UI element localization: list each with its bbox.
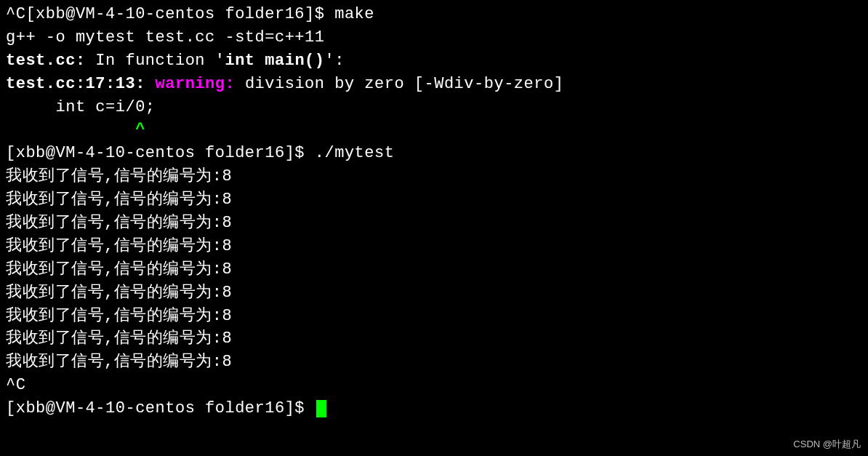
msg-mid: In function ' — [86, 52, 225, 70]
output-line-5: 我收到了信号,信号的编号为:8 — [6, 258, 862, 281]
prompt-text: [xbb@VM-4-10-centos folder16]$ — [6, 144, 315, 162]
output-line-3: 我收到了信号,信号的编号为:8 — [6, 212, 862, 235]
output-line-6: 我收到了信号,信号的编号为:8 — [6, 281, 862, 305]
file-loc-line: test.cc:17:13: — [6, 75, 156, 93]
terminal-line-4: test.cc:17:13: warning: division by zero… — [6, 73, 862, 96]
watermark-text: CSDN @叶超凡 — [793, 438, 861, 452]
terminal-line-5: int c=i/0; — [6, 96, 862, 119]
caret-marker: ^ — [135, 121, 145, 139]
prompt-text: [xbb@VM-4-10-centos folder16]$ — [6, 399, 315, 417]
terminal-line-3: test.cc: In function 'int main()': — [6, 49, 862, 73]
command-text: make — [334, 5, 374, 23]
interrupt-line: ^C — [6, 374, 862, 397]
output-line-2: 我收到了信号,信号的编号为:8 — [6, 188, 862, 212]
final-prompt-line[interactable]: [xbb@VM-4-10-centos folder16]$ — [6, 397, 862, 420]
msg-end: ': — [325, 52, 345, 70]
file-loc: test.cc: — [6, 52, 86, 70]
cursor-block — [316, 400, 326, 417]
terminal-line-6: ^ — [6, 119, 862, 142]
terminal-line-2: g++ -o mytest test.cc -std=c++11 — [6, 26, 862, 49]
output-line-9: 我收到了信号,信号的编号为:8 — [6, 351, 862, 374]
interrupt-text: ^C — [6, 5, 25, 23]
output-line-1: 我收到了信号,信号的编号为:8 — [6, 165, 862, 188]
warning-msg: division by zero [-Wdiv-by-zero] — [245, 75, 563, 93]
terminal-line-1: ^C[xbb@VM-4-10-centos folder16]$ make — [6, 3, 862, 26]
output-line-8: 我收到了信号,信号的编号为:8 — [6, 327, 862, 351]
terminal-line-7: [xbb@VM-4-10-centos folder16]$ ./mytest — [6, 142, 862, 165]
output-line-4: 我收到了信号,信号的编号为:8 — [6, 235, 862, 258]
command-text: ./mytest — [315, 144, 395, 162]
function-name: int main() — [225, 52, 324, 70]
prompt-text: [xbb@VM-4-10-centos folder16]$ — [25, 5, 334, 23]
output-line-7: 我收到了信号,信号的编号为:8 — [6, 305, 862, 328]
warning-label: warning: — [156, 75, 245, 93]
caret-indent — [6, 121, 135, 139]
